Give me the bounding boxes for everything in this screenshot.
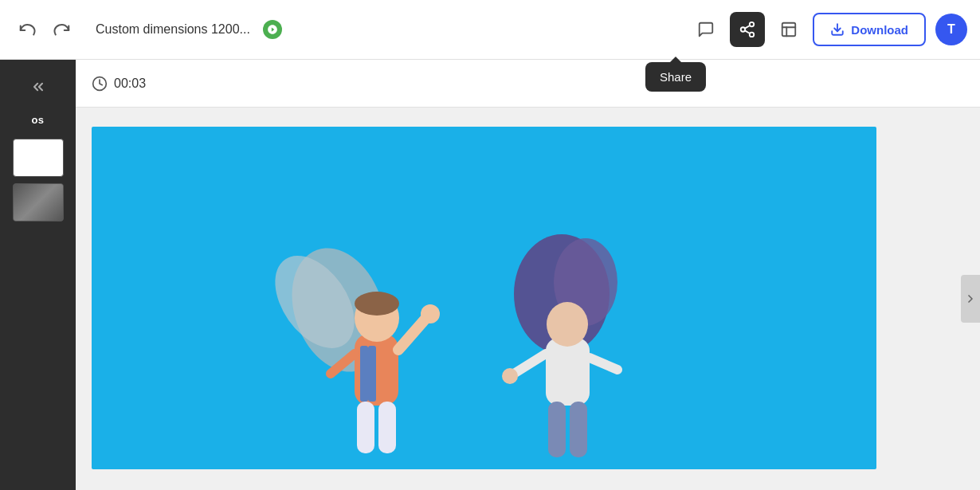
svg-line-3 <box>745 30 750 33</box>
svg-point-14 <box>355 292 399 316</box>
svg-line-24 <box>514 354 546 374</box>
clock-icon <box>92 76 108 92</box>
comment-button[interactable] <box>688 12 723 47</box>
download-label: Download <box>851 23 908 37</box>
share-button[interactable] <box>730 12 765 47</box>
svg-rect-19 <box>378 402 396 453</box>
user-avatar[interactable]: T <box>935 14 967 45</box>
svg-rect-11 <box>360 346 368 402</box>
svg-rect-27 <box>548 402 566 457</box>
toolbar-right: Download T <box>688 12 967 47</box>
svg-rect-28 <box>570 402 587 457</box>
sidebar: os <box>0 60 76 490</box>
svg-rect-18 <box>357 402 374 453</box>
canvas-svg <box>92 127 876 469</box>
main-layout: os 00:03 <box>0 60 980 490</box>
thumbnail-strip <box>0 139 76 221</box>
thumbnail-slide-1[interactable] <box>13 139 64 177</box>
present-button[interactable] <box>771 12 806 47</box>
svg-line-26 <box>590 358 617 370</box>
svg-line-4 <box>745 25 750 29</box>
toolbar: Custom dimensions 1200... <box>0 0 980 60</box>
svg-rect-5 <box>782 23 796 37</box>
thumbnail-slide-2[interactable] <box>13 183 64 221</box>
canvas-frame <box>92 127 876 469</box>
sidebar-panel-label: os <box>31 114 44 126</box>
time-value: 00:03 <box>114 76 146 91</box>
timeline-bar: 00:03 <box>76 60 980 108</box>
svg-line-15 <box>398 318 426 350</box>
canvas-area <box>76 108 980 490</box>
svg-rect-12 <box>368 346 376 402</box>
svg-point-23 <box>547 302 588 347</box>
redo-button[interactable] <box>48 15 76 44</box>
svg-point-16 <box>421 304 440 323</box>
content-area: 00:03 <box>76 60 980 490</box>
svg-point-25 <box>502 368 518 384</box>
time-display: 00:03 <box>92 76 146 92</box>
sync-status-icon <box>263 20 282 39</box>
toolbar-left: Custom dimensions 1200... <box>13 15 282 44</box>
scroll-right-indicator[interactable] <box>961 275 980 323</box>
download-button[interactable]: Download <box>813 13 926 46</box>
collapse-sidebar-button[interactable] <box>21 69 56 104</box>
document-title: Custom dimensions 1200... <box>96 22 250 37</box>
svg-rect-22 <box>546 338 590 406</box>
undo-button[interactable] <box>13 15 41 44</box>
